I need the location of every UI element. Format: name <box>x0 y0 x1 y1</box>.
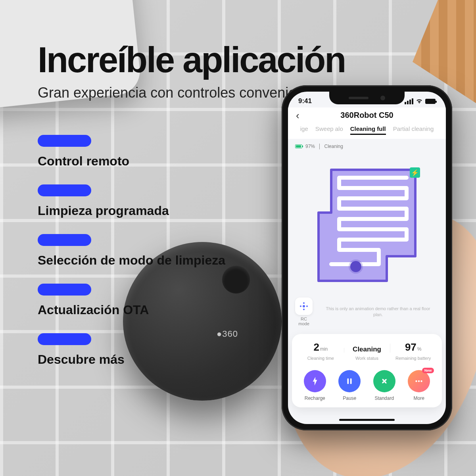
headline: Increíble aplicación <box>38 40 345 81</box>
demo-note: This is only an animation demo rather th… <box>317 306 439 318</box>
tab-sweep-alone[interactable]: Sweep alo <box>315 125 343 135</box>
svg-point-1 <box>303 302 305 304</box>
work-state: Cleaning <box>324 144 343 149</box>
standard-button[interactable]: Standard <box>373 370 395 401</box>
home-indicator[interactable] <box>339 419 395 421</box>
fan-icon <box>373 370 395 392</box>
svg-point-4 <box>306 305 308 307</box>
more-label: More <box>408 395 430 401</box>
cellular-icon <box>405 98 413 104</box>
recharge-button[interactable]: Recharge <box>304 370 326 401</box>
svg-point-9 <box>418 380 420 382</box>
feature-pill <box>38 135 91 147</box>
rc-mode-label: RC mode <box>295 317 313 326</box>
svg-point-3 <box>300 305 301 307</box>
more-icon: New <box>408 370 430 392</box>
map-svg <box>315 165 418 284</box>
pause-label: Pause <box>338 395 361 401</box>
status-value: Cleaning <box>344 345 390 353</box>
rc-mode-button[interactable]: RC mode <box>295 298 313 326</box>
feature-item: Selección de modo de limpieza <box>38 234 225 268</box>
app-body: 97% │ Cleaning ⚡ <box>288 139 446 328</box>
mode-tabs: ige Sweep alo Cleaning full Partial clea… <box>288 125 446 139</box>
stat-cleaning-time: 2min Cleaning time <box>298 341 344 361</box>
rc-mode-icon <box>299 301 309 311</box>
battery-unit: % <box>417 346 422 352</box>
recharge-label: Recharge <box>304 395 326 401</box>
subheadline: Gran experiencia con controles convenien… <box>38 83 323 103</box>
svg-rect-6 <box>350 378 352 384</box>
status-line: 97% │ Cleaning <box>295 144 439 149</box>
svg-point-7 <box>384 380 385 382</box>
rc-row: RC mode This is only an animation demo r… <box>295 298 439 326</box>
battery-mini-icon <box>295 144 302 148</box>
phone-notch <box>329 92 405 104</box>
svg-rect-5 <box>347 378 349 384</box>
app-title: 360Robot C50 <box>340 111 393 120</box>
recharge-icon <box>304 370 326 392</box>
separator: │ <box>318 144 321 149</box>
feature-list: Control remoto Limpieza programada Selec… <box>38 135 225 383</box>
time-label: Cleaning time <box>298 356 344 361</box>
battery-pct: 97% <box>305 144 315 149</box>
tab-partial-cleaning[interactable]: Partial cleaning <box>393 125 434 135</box>
tab-cleaning-full[interactable]: Cleaning full <box>350 125 386 135</box>
action-row: Recharge Pause Standard <box>298 370 436 401</box>
battery-label: Remaining battery <box>390 356 436 361</box>
more-button[interactable]: New More <box>408 370 430 401</box>
svg-point-0 <box>303 305 305 307</box>
time-value: 2 <box>313 341 319 353</box>
feature-item: Limpieza programada <box>38 184 225 218</box>
svg-point-2 <box>303 309 305 310</box>
app-header: ‹ 360Robot C50 <box>288 107 446 125</box>
feature-item: Control remoto <box>38 135 225 169</box>
feature-pill <box>38 284 91 296</box>
feature-label: Actualización OTA <box>38 303 225 317</box>
wifi-icon <box>416 98 423 105</box>
feature-label: Descubre más <box>38 352 225 367</box>
tab-edge[interactable]: ige <box>300 125 308 135</box>
status-time: 9:41 <box>298 97 312 105</box>
stats-card: 2min Cleaning time Cleaning Work status … <box>292 334 442 407</box>
stat-work-status: Cleaning Work status <box>344 345 390 361</box>
feature-label: Selección de modo de limpieza <box>38 253 225 268</box>
standard-label: Standard <box>373 395 395 401</box>
feature-pill <box>38 234 91 246</box>
feature-pill <box>38 184 91 196</box>
feature-item: Descubre más <box>38 333 225 367</box>
floor-map[interactable]: ⚡ <box>295 153 439 296</box>
pause-button[interactable]: Pause <box>338 370 361 401</box>
robot-position-icon <box>350 261 361 272</box>
marketing-canvas: ●360 Increíble aplicación Gran experienc… <box>0 0 476 476</box>
svg-point-8 <box>416 380 417 382</box>
pause-icon <box>338 370 361 392</box>
phone-in-hand: 9:41 ‹ 360Robot C50 ige Sweep alo Cleani… <box>282 85 452 430</box>
time-unit: min <box>320 346 328 352</box>
feature-pill <box>38 333 91 345</box>
phone-frame: 9:41 ‹ 360Robot C50 ige Sweep alo Cleani… <box>282 85 452 430</box>
feature-label: Limpieza programada <box>38 203 225 218</box>
back-button[interactable]: ‹ <box>296 110 299 121</box>
battery-icon <box>425 99 436 104</box>
stat-battery: 97% Remaining battery <box>390 341 436 361</box>
feature-item: Actualización OTA <box>38 284 225 317</box>
battery-value: 97 <box>405 341 416 353</box>
new-badge: New <box>422 368 434 373</box>
charger-icon: ⚡ <box>410 167 420 178</box>
svg-point-10 <box>421 380 422 382</box>
status-label: Work status <box>344 356 390 361</box>
feature-label: Control remoto <box>38 154 225 169</box>
status-icons <box>405 98 436 105</box>
phone-screen: 9:41 ‹ 360Robot C50 ige Sweep alo Cleani… <box>288 92 446 424</box>
